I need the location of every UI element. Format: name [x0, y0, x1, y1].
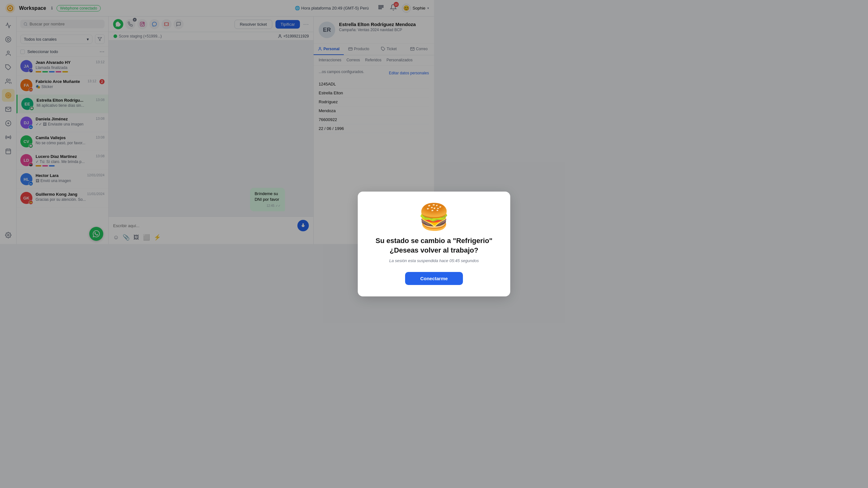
modal-overlay: 🍔 Su estado se cambio a "Refrigerio" ¿De…	[0, 0, 434, 244]
modal-emoji: 🍔	[418, 204, 434, 230]
refrigerio-modal: 🍔 Su estado se cambio a "Refrigerio" ¿De…	[358, 191, 434, 244]
modal-title: Su estado se cambio a "Refrigerio" ¿Dese…	[376, 236, 434, 244]
